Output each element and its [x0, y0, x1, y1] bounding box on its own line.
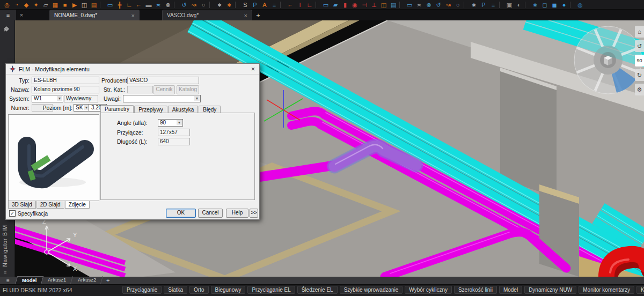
orbit-button[interactable]: ↺ [635, 40, 644, 52]
table-icon[interactable]: ◫ [79, 1, 89, 9]
status-toggle-button[interactable]: Biegunowy [211, 286, 246, 294]
new-tab-button[interactable]: + [252, 10, 264, 20]
cube-wire-icon[interactable]: ◻ [540, 1, 550, 9]
preview-tab[interactable]: 2D Slajd [36, 201, 64, 209]
help-button[interactable]: Help [226, 209, 248, 218]
silencer2-icon[interactable]: ≍ [414, 1, 424, 9]
cube-solid-icon[interactable]: ◼ [550, 1, 559, 9]
valve-icon[interactable]: ◉ [350, 1, 360, 9]
flex-icon[interactable]: ↝ [189, 1, 199, 9]
panel-icon[interactable]: ■ [60, 1, 70, 9]
table2-icon[interactable]: ◫ [379, 1, 389, 9]
preview-tab[interactable]: Zdjęcie [65, 201, 90, 209]
flex2-icon[interactable]: ↝ [443, 1, 453, 9]
circle-icon[interactable]: ○ [199, 1, 208, 9]
coil-icon[interactable]: ▰ [331, 1, 340, 9]
duct2-icon[interactable]: ▭ [405, 1, 414, 9]
fan-icon[interactable]: ⊗ [163, 1, 173, 9]
system-combobox[interactable]: W1▼ [32, 95, 63, 102]
view-angle-button[interactable]: 90 [635, 55, 644, 66]
document-tab[interactable]: NONAME_0.dwg* × [49, 10, 140, 20]
toolbar-icon[interactable] [316, 2, 320, 8]
dialog-titlebar[interactable]: FLM - Modyfikacja elementu × [6, 64, 259, 75]
globe-icon[interactable]: ◍ [575, 1, 585, 9]
status-toggle-button[interactable]: Przyciąganie EL [247, 286, 295, 294]
grille-icon[interactable]: ▦ [50, 1, 60, 9]
toolbar-icon[interactable] [525, 2, 529, 8]
ok-button[interactable]: OK [166, 209, 196, 218]
spec-icon[interactable]: ▤ [89, 1, 99, 9]
tool-icon[interactable]: ∗ [215, 1, 224, 9]
layout-tree-icon[interactable]: ≡ [0, 278, 16, 284]
pan-button[interactable]: ↻ [635, 69, 644, 81]
angle-icon[interactable]: ∟ [305, 1, 314, 9]
home-view-button[interactable]: ⌂ [635, 26, 644, 38]
round-elbow-icon[interactable]: ◔ [12, 1, 21, 9]
navigator-panel-icon[interactable]: ≡ [0, 10, 16, 20]
dialog-close-icon[interactable]: × [251, 65, 255, 73]
fan2-icon[interactable]: ⊗ [424, 1, 434, 9]
start-icon[interactable]: ▶ [70, 1, 79, 9]
wrench-icon[interactable]: ∗ [469, 1, 479, 9]
uwagi-combobox[interactable]: ▼ [123, 95, 201, 102]
draw-icon[interactable]: ▱ [41, 1, 50, 9]
toolbar-icon[interactable] [464, 2, 468, 8]
pipe-icon[interactable]: ▭ [321, 1, 331, 9]
profile-icon[interactable]: ⌐ [286, 1, 295, 9]
tab-close-icon[interactable]: × [131, 12, 135, 19]
tee-icon[interactable]: ⊥ [369, 1, 379, 9]
new-layout-button[interactable]: + [106, 277, 109, 284]
navigation-wheel[interactable] [574, 26, 642, 94]
layout-tab[interactable]: Arkusz1 [41, 276, 73, 284]
layout-tab[interactable]: Arkusz2 [71, 276, 103, 284]
preview-tab[interactable]: 3D Slajd [8, 201, 36, 209]
properties2-icon[interactable]: P [479, 1, 488, 9]
heater-icon[interactable]: ✦ [31, 1, 41, 9]
camera-icon[interactable]: ▣ [504, 1, 514, 9]
status-toggle-button[interactable]: Orto [189, 286, 208, 294]
properties-icon[interactable]: P [250, 1, 260, 9]
toolbar-icon[interactable] [570, 2, 574, 8]
spec2-icon[interactable]: ▤ [389, 1, 398, 9]
status-toggle-button[interactable]: Model [499, 286, 522, 294]
list-icon[interactable]: ≡ [269, 1, 279, 9]
system-icon[interactable]: S [240, 1, 250, 9]
elbow-left-icon[interactable]: ∟ [125, 1, 134, 9]
poziom-ref-combobox[interactable]: SK▼ [74, 104, 90, 112]
fitting-icon[interactable]: ⊣ [360, 1, 369, 9]
damper-icon[interactable]: ≍ [153, 1, 163, 9]
duct-icon[interactable]: ▭ [105, 1, 115, 9]
toolbar-icon[interactable] [499, 2, 503, 8]
status-toggle-button[interactable]: Szerokość linii [454, 286, 497, 294]
toolbar-icon[interactable] [100, 2, 104, 8]
status-toggle-button[interactable]: Szybkie wprowadzanie [340, 286, 403, 294]
tool-edit-icon[interactable]: ∗ [224, 1, 234, 9]
list2-icon[interactable]: ≡ [488, 1, 498, 9]
toolbar-icon[interactable] [280, 2, 284, 8]
attributes-icon[interactable]: A [260, 1, 269, 9]
nav-settings-button[interactable]: ⚙ [635, 84, 644, 95]
cancel-button[interactable]: Cancel [198, 209, 223, 218]
elbow-right-icon[interactable]: ⌐ [134, 1, 144, 9]
pin-icon[interactable] [3, 25, 10, 34]
snap-icon[interactable]: ∗ [530, 1, 540, 9]
status-toggle-button[interactable]: Wybór cykliczny [405, 286, 452, 294]
navigator-panel-close[interactable]: × [16, 10, 27, 20]
layout-tab[interactable]: Model [15, 276, 44, 285]
sphere-icon[interactable]: ● [559, 1, 569, 9]
hydrant-icon[interactable]: ▮ [340, 1, 350, 9]
rotate-icon[interactable]: ↺ [179, 1, 189, 9]
document-tab[interactable]: VASCO.dwg* × [162, 10, 252, 20]
specyfikacja-checkbox[interactable]: ✓ Specyfikacja [9, 210, 48, 217]
more-button[interactable]: >> [250, 209, 258, 218]
beam-icon[interactable]: Ι [295, 1, 305, 9]
round-duct-icon[interactable]: ◎ [2, 1, 12, 9]
toolbar-icon[interactable] [174, 2, 178, 8]
worker-icon[interactable]: ◆ [21, 1, 31, 9]
status-toggle-button[interactable]: Przyciąganie [122, 286, 162, 294]
silencer-icon[interactable]: ▬ [144, 1, 153, 9]
toolbar-icon[interactable] [399, 2, 404, 8]
status-toggle-button[interactable]: Śledzenie EL [297, 286, 338, 294]
status-toggle-button[interactable]: Dynamiczny NUW [524, 286, 576, 294]
tab-close-icon[interactable]: × [244, 12, 247, 19]
